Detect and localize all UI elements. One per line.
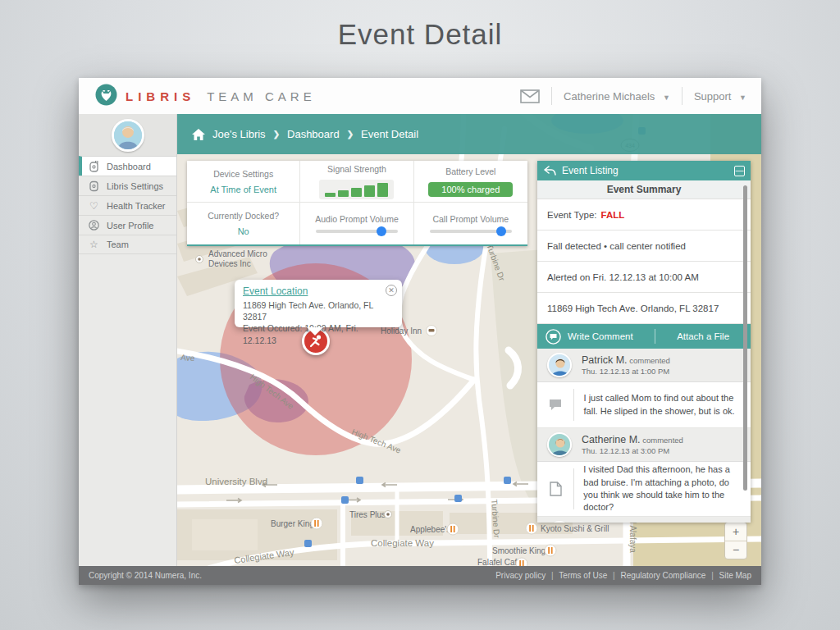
- device-settings-label: Device Settings: [213, 169, 273, 179]
- battery-level-cell: Battery Level 100% charged: [414, 161, 527, 203]
- collapse-panel-button[interactable]: —: [734, 166, 745, 176]
- sidebar-item-user-profile[interactable]: User Profile: [79, 215, 176, 235]
- event-listing-header: Event Listing —: [537, 161, 751, 180]
- sidebar-item-label: Team: [107, 240, 129, 249]
- event-detail-row: Fall detected • call center notified: [537, 231, 751, 262]
- sidebar-item-libris-settings[interactable]: Libris Settings: [79, 176, 176, 195]
- event-detail-row: 11869 High Tech Ave. Orlando, FL 32817: [537, 293, 751, 324]
- event-summary-title: Event Summary: [537, 180, 751, 199]
- zoom-in-button[interactable]: +: [725, 523, 746, 541]
- avatar[interactable]: [112, 119, 144, 152]
- street-label: University Blvd: [205, 477, 267, 486]
- user-icon: [89, 220, 99, 231]
- currently-docked-cell: Currently Docked? No: [187, 203, 300, 244]
- event-type-value: FALL: [601, 210, 625, 220]
- event-type-label: Event Type:: [547, 210, 597, 220]
- comment-toolbar: Write Comment Attach a File: [537, 324, 751, 349]
- brand-name: LIBRIS: [126, 89, 195, 103]
- footer-link-regulatory[interactable]: Regulatory Compliance: [620, 571, 705, 580]
- app-window: LIBRIS TEAM CARE Catherine Michaels ▼ Su…: [79, 78, 761, 585]
- call-volume-slider[interactable]: [430, 230, 512, 233]
- footer: Copyright © 2014 Numera, Inc. Privacy po…: [79, 566, 761, 585]
- comment-header: Patrick M. commented Thu. 12.12.13 at 1:…: [537, 349, 751, 382]
- avatar[interactable]: [547, 521, 572, 523]
- footer-link-sitemap[interactable]: Site Map: [719, 571, 751, 580]
- separator: |: [711, 571, 714, 580]
- support-menu-label: Support: [694, 90, 732, 103]
- comment-time: Thu. 12.12.13 at 1:00 PM: [582, 367, 669, 376]
- user-menu-label: Catherine Michaels: [564, 90, 655, 103]
- map-zoom-control: + −: [724, 522, 747, 559]
- footer-link-privacy[interactable]: Privacy policy: [495, 571, 546, 580]
- poi-label: Advanced Micro: [208, 249, 267, 258]
- call-volume-cell: Call Prompt Volume: [414, 203, 527, 244]
- chevron-down-icon: ▼: [663, 94, 670, 102]
- breadcrumb: Joe's Libris ❯ Dashboard ❯ Event Detail: [177, 114, 761, 154]
- breadcrumb-item-joes-libris[interactable]: Joe's Libris: [212, 128, 266, 140]
- event-listing-panel: Event Listing — Event Summary Event Type…: [537, 161, 751, 523]
- comment-meta: Catherine M. commented Thu. 12.12.13 at …: [582, 433, 683, 457]
- sidebar-item-dashboard[interactable]: Dashboard: [79, 156, 176, 176]
- brand-suffix: TEAM CARE: [207, 89, 316, 103]
- divider: [682, 87, 682, 105]
- zoom-out-button[interactable]: −: [725, 541, 746, 559]
- breadcrumb-item-dashboard[interactable]: Dashboard: [287, 128, 340, 140]
- comment-author[interactable]: Patrick M.: [582, 354, 628, 366]
- commented-suffix: commented: [629, 356, 670, 365]
- poi-label: Tires Plus: [349, 510, 386, 519]
- comment-bubble-icon: [546, 329, 561, 345]
- footer-links: Privacy policy | Terms of Use | Regulato…: [495, 571, 751, 580]
- signal-strength-label: Signal Strength: [327, 164, 386, 174]
- currently-docked-value: No: [238, 226, 249, 236]
- comment-item: I just called Mom to find out about the …: [537, 382, 751, 428]
- slider-knob[interactable]: [496, 226, 506, 236]
- map-area: 434 Ave High Tech Ave High Tech Ave Univ…: [177, 114, 761, 566]
- copyright-text: Copyright © 2014 Numera, Inc.: [89, 571, 202, 580]
- device-status-panel: Device Settings At Time of Event Signal …: [187, 161, 527, 246]
- audio-volume-cell: Audio Prompt Volume: [300, 203, 413, 244]
- sidebar-item-label: Dashboard: [107, 162, 151, 171]
- avatar[interactable]: [547, 432, 572, 457]
- support-menu[interactable]: Support ▼: [694, 90, 746, 103]
- poi-label: Kyoto Sushi & Grill: [541, 524, 609, 533]
- separator: |: [613, 571, 615, 580]
- mail-icon[interactable]: [520, 89, 540, 103]
- call-volume-label: Call Prompt Volume: [432, 214, 509, 224]
- street-label: Ave: [180, 353, 195, 363]
- footer-link-terms[interactable]: Terms of Use: [559, 571, 607, 580]
- event-location-link[interactable]: Event Location: [243, 285, 394, 297]
- comment-author[interactable]: Catherine M.: [582, 434, 641, 445]
- slider-knob[interactable]: [377, 226, 386, 236]
- comment-time: Thu. 12.12.13 at 3:00 PM: [582, 446, 669, 455]
- audio-volume-slider[interactable]: [316, 230, 398, 233]
- home-icon[interactable]: [192, 129, 205, 140]
- back-arrow-icon[interactable]: [543, 166, 556, 176]
- sidebar-item-label: Health Tracker: [107, 201, 166, 211]
- sidebar: Dashboard Libris Settings ♡ Health Track…: [79, 114, 177, 566]
- avatar[interactable]: [547, 353, 572, 377]
- poi-label: Burger King: [271, 519, 314, 528]
- close-icon[interactable]: ✕: [386, 285, 397, 296]
- street-label: N Alafaya: [628, 518, 637, 553]
- write-comment-button[interactable]: Write Comment: [537, 329, 655, 345]
- battery-level-badge: 100% charged: [428, 182, 513, 197]
- battery-level-label: Battery Level: [445, 167, 495, 176]
- app-logo[interactable]: LIBRIS TEAM CARE: [95, 84, 316, 109]
- attachment-file-icon: [537, 482, 573, 496]
- poi-label: Applebee's: [410, 525, 450, 534]
- signal-strength-cell: Signal Strength: [300, 161, 413, 203]
- attach-file-button[interactable]: Attach a File: [655, 331, 751, 341]
- top-header: LIBRIS TEAM CARE Catherine Michaels ▼ Su…: [79, 78, 761, 114]
- street-label: Collegiate Way: [371, 538, 434, 548]
- sidebar-item-team[interactable]: ☆ Team: [79, 235, 176, 254]
- scrollbar[interactable]: [743, 185, 747, 491]
- breadcrumb-item-event-detail[interactable]: Event Detail: [361, 128, 418, 140]
- event-detail-row: Alerted on Fri. 12.12.13 at 10:00 AM: [537, 262, 751, 293]
- device-settings-value[interactable]: At Time of Event: [210, 185, 276, 194]
- comment-type-icon: [537, 399, 573, 412]
- user-menu[interactable]: Catherine Michaels ▼: [564, 90, 670, 103]
- currently-docked-label: Currently Docked?: [208, 211, 279, 221]
- separator: |: [551, 571, 554, 580]
- signal-strength-bars: [319, 180, 394, 199]
- sidebar-item-health-tracker[interactable]: ♡ Health Tracker: [79, 195, 176, 215]
